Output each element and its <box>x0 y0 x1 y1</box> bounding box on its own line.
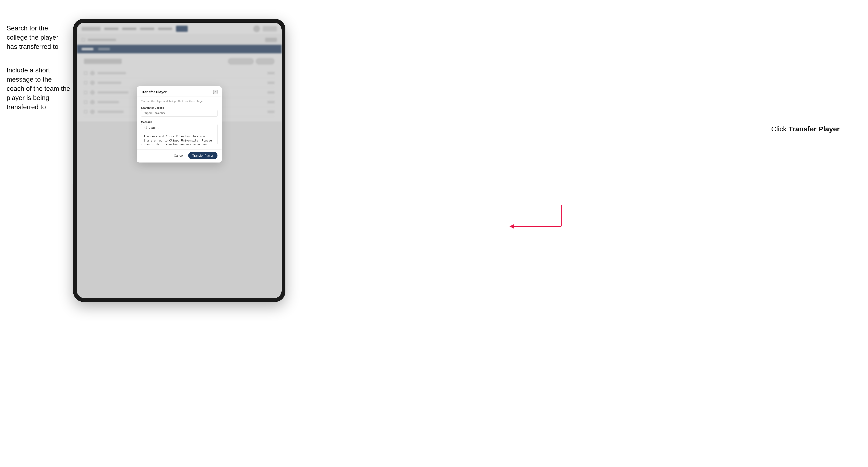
annotation-transfer-bold: Transfer Player <box>788 125 840 133</box>
ipad-screen: Transfer Player × Transfer the player an… <box>77 23 282 298</box>
modal-overlay: Transfer Player × Transfer the player an… <box>77 23 282 298</box>
message-textarea[interactable] <box>141 124 217 145</box>
close-button[interactable]: × <box>213 90 217 94</box>
cancel-button[interactable]: Cancel <box>172 152 186 159</box>
modal-dialog: Transfer Player × Transfer the player an… <box>137 86 222 162</box>
modal-title: Transfer Player <box>141 90 166 94</box>
svg-marker-5 <box>509 224 514 229</box>
message-label: Message <box>141 121 152 123</box>
ipad-device: Transfer Player × Transfer the player an… <box>73 19 285 302</box>
annotation-message-text: Include a short message to the coach of … <box>7 66 70 112</box>
modal-footer: Cancel Transfer Player <box>137 149 222 162</box>
modal-body: Transfer the player and their profile to… <box>137 96 222 149</box>
transfer-player-button[interactable]: Transfer Player <box>188 152 217 159</box>
search-college-input[interactable] <box>141 110 217 117</box>
modal-header: Transfer Player × <box>137 86 222 96</box>
annotation-search-text: Search for the college the player has tr… <box>7 24 70 52</box>
modal-subtitle: Transfer the player and their profile to… <box>141 100 217 102</box>
annotation-click-text: Click <box>771 125 788 133</box>
search-college-label: Search for College <box>141 106 164 109</box>
annotation-left-container: Search for the college the player has tr… <box>7 24 70 112</box>
annotation-right-container: Click Transfer Player <box>771 125 840 133</box>
